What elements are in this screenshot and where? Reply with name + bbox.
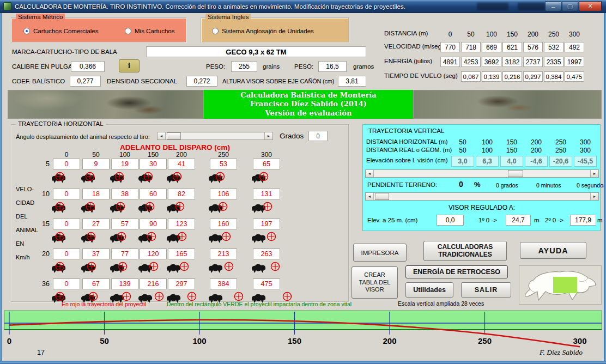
scroll-right-arrow-icon[interactable]: ►: [264, 132, 272, 139]
adelanto-value[interactable]: 0: [53, 219, 80, 229]
adelanto-value[interactable]: 37: [82, 248, 110, 259]
crear-tabla-visor-button[interactable]: CREAR TABLA DEL VISOR: [352, 266, 398, 299]
adelanto-value[interactable]: 27: [82, 219, 110, 229]
adelanto-value[interactable]: 0: [53, 278, 80, 289]
elevation-value[interactable]: -45,5: [574, 156, 597, 167]
title-bar[interactable]: CALCULADORA DE MONTERÍA. TIRO INSTINTIVO…: [0, 0, 606, 13]
adelanto-value[interactable]: 120: [140, 248, 167, 259]
zero1-field[interactable]: 24,7: [506, 215, 531, 226]
energy-value[interactable]: 4891: [440, 57, 460, 67]
tv-scrollbar-2[interactable]: ◄ ►: [365, 192, 599, 201]
adelanto-value[interactable]: 131: [253, 189, 280, 199]
scroll-left-arrow-icon[interactable]: ◄: [157, 132, 166, 139]
scrollbar-track[interactable]: [166, 132, 264, 139]
altura-visor-field[interactable]: 3,81: [338, 76, 366, 87]
angle-scrollbar[interactable]: ◄ ►: [157, 132, 273, 140]
flight-time-value[interactable]: 0,067: [461, 71, 481, 82]
energy-value[interactable]: 3692: [482, 57, 501, 67]
flight-time-value[interactable]: 0,297: [523, 71, 543, 82]
calculadoras-tradicionales-button[interactable]: CALCULADORAS TRADICIONALES: [423, 241, 507, 261]
elevation-value[interactable]: 3,0: [451, 156, 474, 167]
adelanto-value[interactable]: 197: [253, 219, 280, 229]
adelanto-value[interactable]: 139: [111, 278, 138, 289]
adelanto-value[interactable]: 384: [210, 278, 237, 289]
adelanto-value[interactable]: 165: [168, 248, 195, 259]
tv-scrollbar-1[interactable]: ◄ ►: [365, 169, 599, 178]
velocity-value[interactable]: 718: [461, 42, 481, 52]
minimize-button[interactable]: –: [545, 1, 561, 11]
adelanto-value[interactable]: 60: [140, 189, 167, 199]
elevation-value[interactable]: 4,0: [500, 156, 523, 167]
maximize-button[interactable]: ▢: [562, 1, 578, 11]
adelanto-value[interactable]: 90: [140, 219, 167, 229]
radio-cartuchos-comerciales[interactable]: Cartuchos Comerciales: [23, 28, 99, 34]
adelanto-value[interactable]: 65: [253, 159, 280, 169]
scrollbar-thumb[interactable]: [375, 193, 389, 200]
energy-value[interactable]: 4253: [461, 57, 481, 67]
flight-time-value[interactable]: 0,216: [502, 71, 522, 82]
adelanto-value[interactable]: 160: [210, 219, 237, 229]
radio-icon[interactable]: [125, 28, 131, 34]
energy-value[interactable]: 1997: [565, 57, 584, 67]
scrollbar-thumb[interactable]: [167, 132, 181, 139]
peso-grains-field[interactable]: 255: [231, 61, 257, 72]
grados-field[interactable]: 0: [308, 131, 328, 141]
densidad-field[interactable]: 0,272: [186, 76, 217, 87]
close-button[interactable]: ✕: [579, 1, 602, 11]
info-button[interactable]: i: [119, 59, 140, 72]
energy-value[interactable]: 2335: [544, 57, 563, 67]
ayuda-button[interactable]: AYUDA: [520, 242, 586, 259]
adelanto-value[interactable]: 0: [53, 159, 80, 169]
elev25-field[interactable]: 0,0: [437, 215, 464, 226]
salir-button[interactable]: SALIR: [461, 282, 511, 298]
velocity-value[interactable]: 532: [544, 42, 563, 52]
radio-icon[interactable]: [212, 28, 219, 34]
radio-anglosajon[interactable]: Sistema Anglosajón de Unidades: [212, 28, 314, 34]
scrollbar-track[interactable]: [374, 170, 590, 177]
peso-gramos-field[interactable]: 16,5: [318, 61, 347, 72]
impresora-button[interactable]: IMPRESORA: [353, 244, 407, 262]
elevation-value[interactable]: -20,6: [549, 156, 572, 167]
scroll-left-arrow-icon[interactable]: ◄: [366, 170, 374, 177]
energia-retroceso-button[interactable]: ENERGÍA DE RETROCESO: [405, 265, 508, 278]
adelanto-value[interactable]: 123: [168, 219, 195, 229]
adelanto-value[interactable]: 67: [82, 278, 110, 289]
adelanto-value[interactable]: 38: [111, 189, 138, 199]
adelanto-value[interactable]: 82: [168, 189, 195, 199]
flight-time-value[interactable]: 0,475: [565, 71, 584, 82]
zero2-field[interactable]: 177,9: [570, 215, 596, 226]
flight-time-value[interactable]: 0,384: [544, 71, 563, 82]
velocity-value[interactable]: 576: [523, 42, 543, 52]
adelanto-value[interactable]: 475: [253, 278, 280, 289]
adelanto-value[interactable]: 213: [210, 248, 237, 259]
adelanto-value[interactable]: 297: [168, 278, 195, 289]
velocity-value[interactable]: 492: [565, 42, 584, 52]
velocity-value[interactable]: 770: [440, 42, 460, 52]
scroll-right-arrow-icon[interactable]: ►: [590, 193, 598, 200]
adelanto-value[interactable]: 30: [140, 159, 167, 169]
energy-value[interactable]: 2737: [523, 57, 543, 67]
adelanto-value[interactable]: 57: [111, 219, 138, 229]
energy-value[interactable]: 3182: [502, 57, 522, 67]
marca-field[interactable]: GECO 9,3 x 62 TM: [146, 46, 366, 57]
coef-field[interactable]: 0,277: [70, 76, 101, 87]
adelanto-value[interactable]: 19: [111, 159, 138, 169]
adelanto-value[interactable]: 216: [140, 278, 167, 289]
radio-mis-cartuchos[interactable]: Mis Cartuchos: [125, 28, 175, 34]
scroll-left-arrow-icon[interactable]: ◄: [366, 193, 374, 200]
adelanto-value[interactable]: 9: [82, 159, 110, 169]
adelanto-value[interactable]: 77: [111, 248, 138, 259]
velocity-value[interactable]: 669: [482, 42, 501, 52]
scrollbar-track[interactable]: [374, 193, 590, 200]
velocity-value[interactable]: 621: [502, 42, 522, 52]
elevation-value[interactable]: 6,3: [476, 156, 499, 167]
adelanto-value[interactable]: 18: [82, 189, 110, 199]
adelanto-value[interactable]: 0: [53, 248, 80, 259]
scroll-right-arrow-icon[interactable]: ►: [590, 170, 598, 177]
adelanto-value[interactable]: 263: [253, 248, 280, 259]
scrollbar-thumb[interactable]: [508, 170, 523, 177]
utilidades-button[interactable]: Utilidades: [405, 282, 453, 298]
calibre-field[interactable]: 0,366: [71, 61, 105, 72]
adelanto-value[interactable]: 41: [168, 159, 195, 169]
elevation-value[interactable]: -4,6: [525, 156, 548, 167]
